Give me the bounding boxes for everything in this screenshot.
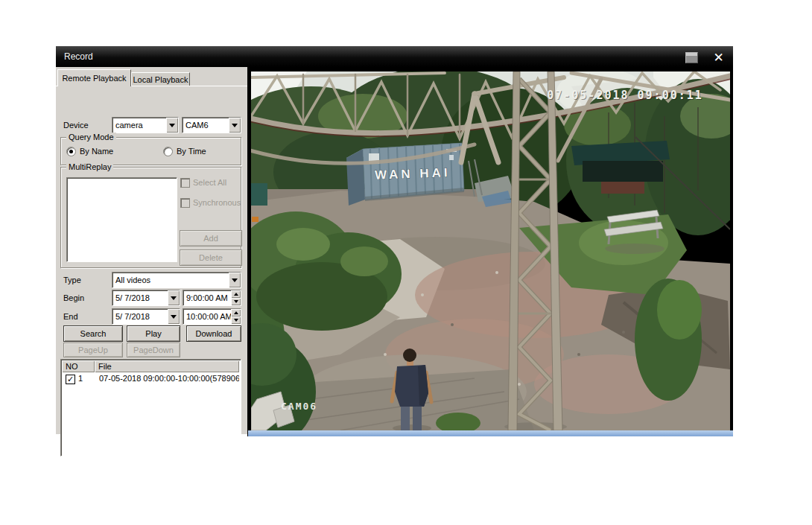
tab-remote-label: Remote Playback (62, 74, 126, 83)
desktop: Record ✕ Remote Playback Local Playback … (0, 0, 812, 525)
search-label: Search (80, 329, 107, 338)
delete-label: Delete (199, 253, 223, 262)
restore-icon (685, 52, 698, 63)
begin-time-down-button[interactable] (231, 298, 241, 305)
end-date-picker[interactable]: 5/ 7/2018 (112, 308, 180, 325)
end-time-down-button[interactable] (231, 316, 241, 324)
camera-label-overlay: CAM06 (281, 401, 317, 412)
type-value: All videos (112, 276, 229, 284)
query-mode-groupbox: Query Mode By Name By Time (60, 137, 241, 165)
close-button[interactable]: ✕ (710, 51, 727, 64)
search-button[interactable]: Search (63, 325, 123, 342)
end-time-value: 10:00:00 AM (183, 312, 231, 321)
device-value: camera (112, 121, 166, 130)
file-no: 1 (78, 374, 83, 383)
select-all-checkbox[interactable] (180, 178, 190, 188)
type-dropdown-icon[interactable] (229, 273, 241, 287)
playback-panel: Remote Playback Local Playback Device ca… (56, 67, 247, 434)
record-window: Record ✕ Remote Playback Local Playback … (56, 46, 733, 436)
begin-date-dropdown-icon[interactable] (168, 290, 180, 305)
video-frame: WAN HAI (247, 67, 733, 436)
file-checkbox[interactable]: ✓ (66, 375, 75, 384)
begin-time-value: 9:00:00 AM (183, 293, 231, 302)
play-button[interactable]: Play (127, 325, 180, 342)
file-name: 07-05-2018 09:00:00-10:00:00(578906 (99, 374, 239, 383)
pageup-button[interactable]: PageUp (63, 343, 123, 357)
restore-button[interactable] (683, 51, 700, 64)
table-row[interactable]: ✓ 1 07-05-2018 09:00:00-10:00:00(578906 (62, 374, 239, 386)
begin-date-picker[interactable]: 5/ 7/2018 (112, 290, 180, 306)
by-time-label: By Time (177, 147, 206, 156)
begin-time-up-button[interactable] (231, 290, 241, 298)
device-dropdown-icon[interactable] (166, 118, 178, 133)
end-label: End (63, 312, 78, 321)
timestamp-overlay: 07-05-2018 09:00:11 (547, 89, 703, 102)
begin-label: Begin (63, 293, 84, 302)
synchronous-label: Synchronous (193, 198, 241, 207)
multireplay-title: MultiReplay (66, 162, 113, 171)
download-label: Download (196, 329, 232, 338)
tab-local-label: Local Playback (133, 75, 188, 84)
tab-remote-playback[interactable]: Remote Playback (57, 69, 131, 86)
delete-button[interactable]: Delete (180, 249, 242, 266)
multireplay-groupbox: MultiReplay Select All Synchronous Add D… (60, 167, 241, 268)
column-header-file[interactable]: File (95, 360, 239, 372)
download-button[interactable]: Download (186, 325, 241, 342)
container-text: WAN HAI (375, 165, 451, 182)
titlebar: Record ✕ (56, 46, 733, 67)
end-date-dropdown-icon[interactable] (168, 309, 180, 324)
synchronous-checkbox[interactable] (180, 198, 190, 208)
by-time-radio[interactable] (163, 147, 173, 156)
device-combobox[interactable]: camera (112, 117, 179, 133)
pageup-label: PageUp (78, 346, 108, 354)
video-bottom-strip (248, 430, 733, 436)
channel-value: CAM6 (183, 121, 229, 130)
pagedown-button[interactable]: PageDown (127, 343, 180, 357)
column-header-no[interactable]: NO (62, 360, 95, 372)
file-table: NO File ✓ 1 07-05-2018 09:00:00-10:00:00… (60, 359, 241, 456)
tab-local-playback[interactable]: Local Playback (131, 72, 190, 86)
device-label: Device (63, 121, 89, 130)
query-mode-title: Query Mode (66, 133, 116, 141)
close-icon: ✕ (713, 51, 723, 64)
select-all-label: Select All (193, 178, 226, 187)
play-label: Play (145, 329, 161, 338)
end-time-spinner[interactable]: 10:00:00 AM (183, 308, 241, 325)
window-title: Record (64, 51, 93, 62)
type-label: Type (63, 276, 81, 284)
end-date-value: 5/ 7/2018 (112, 312, 168, 321)
add-label: Add (203, 234, 218, 243)
channel-combobox[interactable]: CAM6 (182, 117, 241, 133)
channel-dropdown-icon[interactable] (229, 118, 241, 133)
add-button[interactable]: Add (180, 230, 242, 246)
video-canvas[interactable]: WAN HAI (251, 71, 730, 430)
type-combobox[interactable]: All videos (112, 272, 241, 288)
begin-date-value: 5/ 7/2018 (112, 293, 168, 302)
by-name-radio[interactable] (66, 147, 76, 156)
by-name-label: By Name (80, 147, 113, 156)
end-time-up-button[interactable] (231, 309, 241, 316)
multireplay-listbox[interactable] (66, 177, 177, 262)
begin-time-spinner[interactable]: 9:00:00 AM (183, 290, 241, 306)
pagedown-label: PageDown (133, 346, 174, 354)
